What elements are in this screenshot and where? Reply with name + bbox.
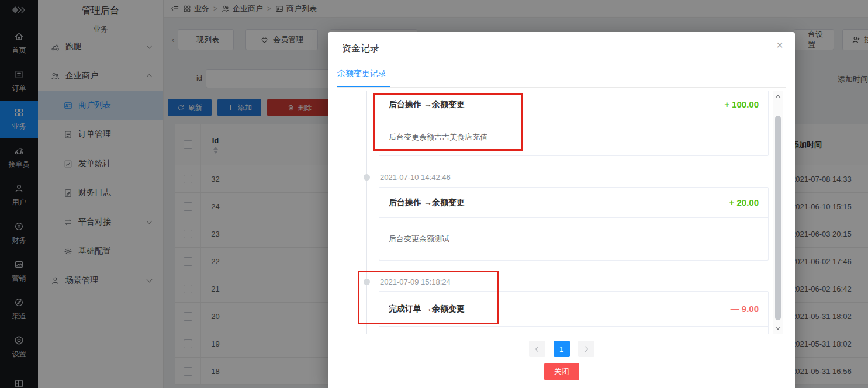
record-amount: + 20.00 <box>729 198 759 207</box>
modal-close-button[interactable]: 关闭 <box>544 363 579 380</box>
record-card: 完成订单 →余额变更 — 9.00 <box>379 291 769 334</box>
record-title: 后台操作 →余额变更 <box>389 198 465 208</box>
scroll-up-icon[interactable] <box>776 95 780 100</box>
record-date: 2021-07-10 14:42:46 <box>380 173 451 182</box>
balance-change-tab[interactable]: 余额变更记录 <box>337 68 386 79</box>
pagination: 1 <box>328 341 795 357</box>
record-amount: + 100.00 <box>724 99 759 109</box>
record-description: 后台变更余额吉吉美食店充值 <box>389 132 487 143</box>
record-card: 后台操作 →余额变更 + 20.00 后台变更余额测试 <box>379 187 769 261</box>
record-card: 后台操作 →余额变更 + 100.00 后台变更余额吉吉美食店充值 <box>379 91 769 156</box>
record-title: 后台操作 →余额变更 <box>389 99 465 110</box>
scrollbar-thumb[interactable] <box>775 116 781 320</box>
record-title: 完成订单 →余额变更 <box>389 304 465 314</box>
scroll-down-icon[interactable] <box>776 325 780 330</box>
pagination-current[interactable]: 1 <box>554 341 570 357</box>
fund-records-modal: 资金记录 × 余额变更记录 后台操作 →余额变更 + 100.00 后台变更余额… <box>328 32 795 388</box>
app-window: 首页 订单 业务 接单员 用户 <box>0 0 868 388</box>
record-date: 2021-07-09 15:18:24 <box>380 278 451 286</box>
record-description: 后台变更余额测试 <box>389 234 449 244</box>
pagination-prev[interactable] <box>529 341 545 357</box>
close-icon[interactable]: × <box>776 39 783 51</box>
record-amount: — 9.00 <box>731 304 759 314</box>
tab-divider <box>337 87 786 88</box>
pagination-next[interactable] <box>578 341 594 357</box>
timeline-line <box>366 91 367 334</box>
modal-scrollbar[interactable] <box>773 91 783 334</box>
modal-title: 资金记录 <box>342 43 379 55</box>
timeline-dot <box>364 174 370 181</box>
records-timeline: 后台操作 →余额变更 + 100.00 后台变更余额吉吉美食店充值 2021-0… <box>337 91 770 334</box>
timeline-dot <box>364 279 370 285</box>
